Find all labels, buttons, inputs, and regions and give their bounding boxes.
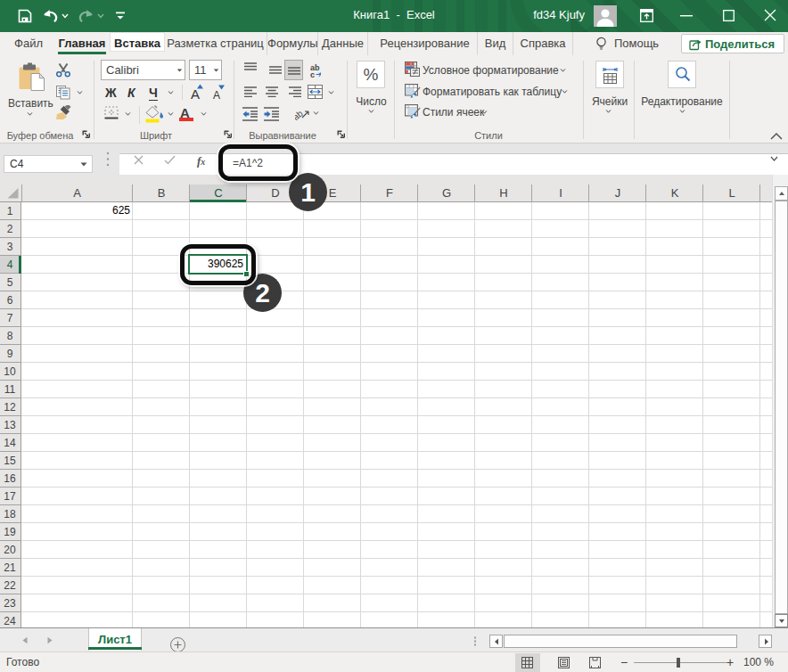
svg-text:c: c [310, 70, 315, 78]
svg-text:ab: ab [295, 108, 305, 121]
